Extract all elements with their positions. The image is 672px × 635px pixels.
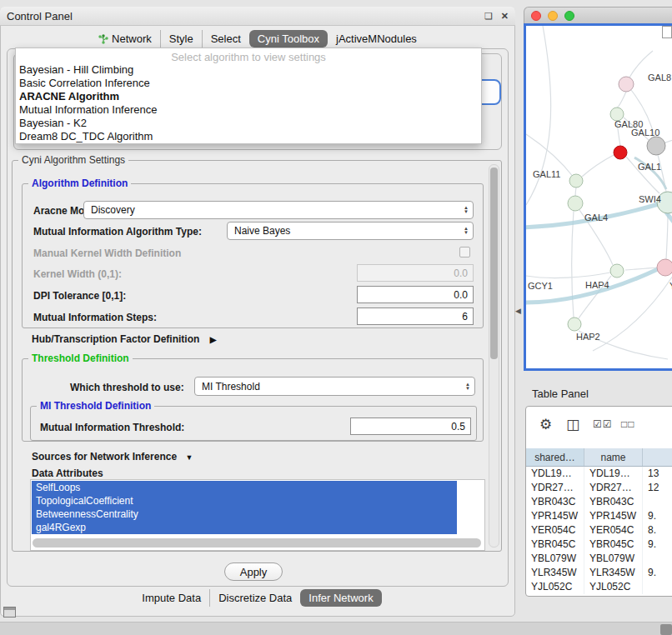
table-cell: YPR145W xyxy=(584,509,643,523)
control-panel-titlebar: Control Panel ❏ ✕ xyxy=(0,7,515,26)
dpi-tolerance-label: DPI Tolerance [0,1]: xyxy=(33,290,126,302)
network-node[interactable] xyxy=(610,264,624,278)
table-cell: 12 xyxy=(643,481,672,495)
kernel-width-value: 0.0 xyxy=(454,268,468,279)
window-title: Control Panel xyxy=(7,10,73,22)
table-row[interactable]: YBL079W YBL079W xyxy=(526,552,672,566)
aracne-mode-select[interactable]: Discovery ▲▼ xyxy=(83,201,474,219)
dpi-tolerance-field[interactable]: 0.0 xyxy=(357,286,474,303)
collapsed-arrow-icon: ▶ xyxy=(210,335,217,344)
node-label: SWI4 xyxy=(639,194,661,204)
mi-threshold-field[interactable]: 0.5 xyxy=(350,418,471,435)
mi-algorithm-type-select[interactable]: Naive Bayes ▲▼ xyxy=(227,222,474,240)
column-header-extra[interactable] xyxy=(643,448,672,466)
attributes-hscrollbar[interactable] xyxy=(33,538,481,548)
which-threshold-select[interactable]: MI Threshold ▲▼ xyxy=(194,377,475,396)
table-row[interactable]: YPR145W YPR145W 9. xyxy=(526,509,672,523)
tab-network[interactable]: Network xyxy=(90,30,160,48)
select-all-rows-icon[interactable]: ☑☑ xyxy=(593,418,613,430)
table-cell: YER054C xyxy=(584,523,643,538)
tab-network-label: Network xyxy=(112,32,152,45)
network-node-selected[interactable] xyxy=(614,146,627,159)
network-node[interactable] xyxy=(647,137,665,155)
minimize-traffic-light[interactable] xyxy=(548,11,558,21)
tab-style-label: Style xyxy=(169,32,193,45)
close-traffic-light[interactable] xyxy=(531,11,541,21)
deselect-all-rows-icon[interactable]: □□ xyxy=(621,418,635,430)
attribute-item[interactable]: SelfLoops xyxy=(32,481,457,494)
table-cell: YDL19… xyxy=(584,467,643,481)
network-edge[interactable] xyxy=(572,211,574,318)
table-row[interactable]: YLR345W YLR345W 9. xyxy=(526,566,672,580)
sources-toggle[interactable]: Sources for Network Inference ▼ xyxy=(32,451,193,462)
algorithm-option-selected[interactable]: ARACNE Algorithm xyxy=(16,90,481,103)
column-header-shared-name[interactable]: shared… xyxy=(526,448,584,466)
network-scroll-corner[interactable] xyxy=(662,26,672,38)
mi-algorithm-type-label: Mutual Information Algorithm Type: xyxy=(33,226,202,238)
network-node[interactable] xyxy=(569,174,583,188)
settings-scrollbar-thumb[interactable] xyxy=(490,168,498,359)
tab-cyni-toolbox[interactable]: Cyni Toolbox xyxy=(249,30,328,48)
table-row[interactable]: YDL19… YDL19… 13 xyxy=(526,467,672,481)
algorithm-option[interactable]: Dream8 DC_TDC Algorithm xyxy=(16,130,481,143)
algorithm-option[interactable]: Mutual Information Inference xyxy=(16,103,481,117)
which-threshold-label: Which threshold to use: xyxy=(70,382,184,393)
gear-icon[interactable]: ⚙ xyxy=(539,416,552,433)
network-edge[interactable] xyxy=(617,92,626,108)
table-row[interactable]: YBR043C YBR043C xyxy=(526,495,672,509)
mi-steps-field[interactable]: 6 xyxy=(357,308,474,325)
float-window-icon[interactable]: ❏ xyxy=(484,11,493,22)
column-header-name[interactable]: name xyxy=(584,448,643,466)
network-node[interactable] xyxy=(568,196,583,211)
attribute-item[interactable]: gal4RGexp xyxy=(32,521,457,534)
table-row[interactable]: YBR045C YBR045C 9. xyxy=(526,538,672,552)
tab-impute-data[interactable]: Impute Data xyxy=(133,589,209,607)
mi-algorithm-type-value: Naive Bayes xyxy=(234,225,464,237)
cyni-algorithm-settings-legend: Cyni Algorithm Settings xyxy=(18,155,128,166)
close-icon[interactable]: ✕ xyxy=(501,11,509,22)
resize-grip[interactable] xyxy=(660,624,672,635)
table-cell: 9. xyxy=(643,566,672,580)
algorithm-definition-legend: Algorithm Definition xyxy=(28,178,131,189)
network-window-titlebar xyxy=(524,7,672,23)
hub-definition-toggle[interactable]: Hub/Transcription Factor Definition ▶ xyxy=(32,333,216,345)
tab-jactivemnodules[interactable]: jActiveMNodules xyxy=(328,30,425,48)
network-canvas[interactable]: GAL8 GAL80 GAL10 GAL11 GAL1 SWI4 GAL4 GC… xyxy=(526,26,672,368)
table-row[interactable]: YDR27… YDR27… 12 xyxy=(526,481,672,495)
tab-discretize-data[interactable]: Discretize Data xyxy=(209,589,300,607)
algorithm-option[interactable]: Basic Correlation Inference xyxy=(16,77,481,90)
data-attributes-list: SelfLoops TopologicalCoefficient Between… xyxy=(30,479,485,551)
network-node[interactable] xyxy=(657,259,672,276)
table-row[interactable]: YER054C YER054C 8. xyxy=(526,523,672,538)
attribute-item[interactable]: BetweennessCentrality xyxy=(32,508,457,521)
tab-style[interactable]: Style xyxy=(160,30,202,48)
network-edge[interactable] xyxy=(582,155,614,177)
which-threshold-value: MI Threshold xyxy=(202,381,465,392)
attribute-item[interactable]: TopologicalCoefficient xyxy=(32,494,457,508)
algorithm-option[interactable]: Bayesian - K2 xyxy=(16,117,481,130)
network-view-frame: GAL8 GAL80 GAL10 GAL11 GAL1 SWI4 GAL4 GC… xyxy=(524,23,672,371)
network-node[interactable] xyxy=(619,77,634,92)
panel-collapse-handle[interactable]: ◀ xyxy=(515,307,521,315)
table-cell: 9. xyxy=(643,538,672,552)
network-edge[interactable] xyxy=(575,188,576,197)
restore-panel-icon[interactable] xyxy=(3,607,16,618)
network-tab-icon xyxy=(98,34,108,44)
tab-infer-network[interactable]: Infer Network xyxy=(300,589,381,607)
tab-select[interactable]: Select xyxy=(202,30,249,48)
sources-label: Sources for Network Inference xyxy=(32,451,177,462)
algorithm-option[interactable]: Bayesian - Hill Climbing xyxy=(16,63,481,77)
table-cell: YJL052C xyxy=(526,580,584,594)
network-node[interactable] xyxy=(568,318,581,331)
column-selector-icon[interactable]: ◫ xyxy=(566,416,579,433)
zoom-traffic-light[interactable] xyxy=(564,11,574,21)
expanded-arrow-icon: ▼ xyxy=(185,453,193,462)
apply-button[interactable]: Apply xyxy=(224,562,283,581)
mi-steps-label: Mutual Information Steps: xyxy=(33,312,157,323)
table-cell: YLR345W xyxy=(584,566,643,580)
node-label: GAL1 xyxy=(638,162,661,172)
network-edge[interactable] xyxy=(666,213,668,259)
table-panel-window: ⚙ ◫ ☑☑ □□ shared… name YDL19… YDL19… 13 … xyxy=(525,406,672,597)
table-row[interactable]: YJL052C YJL052C xyxy=(526,580,672,594)
network-edge[interactable] xyxy=(526,272,610,278)
